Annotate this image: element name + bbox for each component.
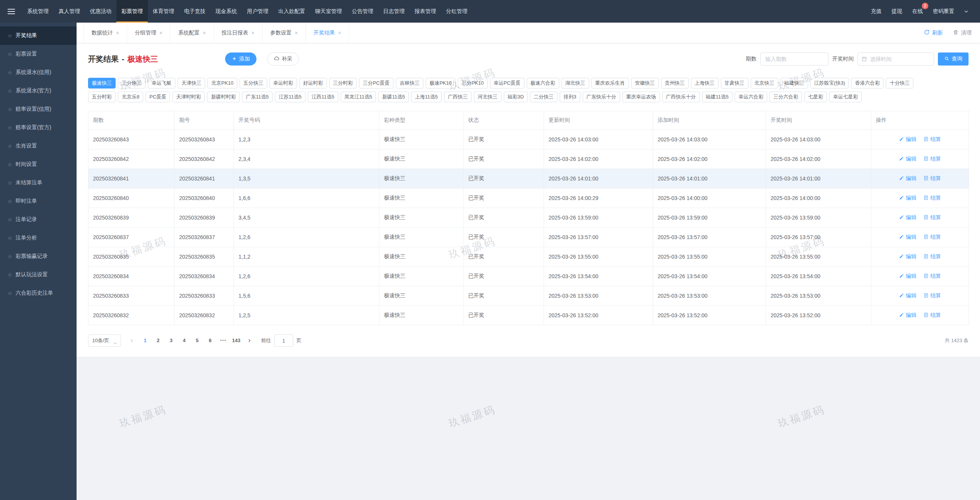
page-number[interactable]: 1 (139, 334, 151, 347)
edit-button[interactable]: 编辑 (899, 214, 916, 221)
search-button[interactable]: 查询 (938, 52, 969, 66)
filter-button[interactable]: PC蛋蛋 (145, 92, 170, 102)
page-number[interactable]: 4 (178, 334, 190, 347)
settle-button[interactable]: 结算 (923, 195, 941, 202)
nav-item[interactable]: 公告管理 (347, 0, 378, 23)
filter-button[interactable]: 河北快三 (474, 92, 501, 102)
page-number[interactable]: 3 (165, 334, 177, 347)
filter-button[interactable]: 极速快三 (88, 78, 116, 89)
filter-button[interactable]: 江苏11选5 (275, 92, 305, 102)
edit-button[interactable]: 编辑 (899, 234, 916, 241)
sidebar-item[interactable]: ☆赔率设置(官方) (0, 118, 77, 137)
edit-button[interactable]: 编辑 (899, 195, 916, 202)
filter-button[interactable]: 北京PK10 (207, 78, 237, 89)
page-number[interactable]: 5 (191, 334, 203, 347)
filter-button[interactable]: 广西快三 (444, 92, 472, 102)
edit-button[interactable]: 编辑 (899, 253, 916, 260)
filter-button[interactable]: 极速PK10 (426, 78, 456, 89)
filter-button[interactable]: 极速六合彩 (527, 78, 559, 89)
edit-button[interactable]: 编辑 (899, 292, 916, 299)
nav-item[interactable]: 分红管理 (441, 0, 472, 23)
sidebar-item[interactable]: ☆注单记录 (0, 210, 77, 229)
filter-button[interactable]: 三分PK10 (458, 78, 488, 89)
nav-item[interactable]: 现金系统 (211, 0, 242, 23)
filter-button[interactable]: 五分时彩 (88, 92, 116, 102)
chevron-down-icon[interactable] (959, 0, 973, 23)
filter-button[interactable]: 新疆11选5 (378, 92, 409, 102)
prev-page-button[interactable] (126, 338, 139, 343)
sidebar-item[interactable]: ☆生肖设置 (0, 137, 77, 155)
edit-button[interactable]: 编辑 (899, 175, 916, 182)
clear-button[interactable]: 清理 (953, 30, 972, 36)
close-icon[interactable]: × (338, 30, 341, 36)
tab[interactable]: 分组管理× (127, 23, 170, 43)
filter-button[interactable]: 广西快乐十分 (662, 92, 700, 102)
nav-item[interactable]: 报表管理 (410, 0, 441, 23)
filter-button[interactable]: 幸运时彩 (270, 78, 297, 89)
nav-item[interactable]: 充值 (866, 0, 887, 23)
nav-item[interactable]: 优惠活动 (85, 0, 116, 23)
period-input[interactable] (760, 52, 828, 66)
filter-button[interactable]: 七星彩 (804, 92, 827, 102)
filter-button[interactable]: 幸运PC蛋蛋 (490, 78, 524, 89)
page-size-select[interactable]: 10条/页 (88, 334, 121, 347)
filter-button[interactable]: 福彩3D (504, 92, 528, 102)
filter-button[interactable]: 二分快三 (530, 92, 557, 102)
tab[interactable]: 数据统计× (83, 23, 127, 43)
close-icon[interactable]: × (295, 30, 298, 36)
filter-button[interactable]: 好运时彩 (299, 78, 327, 89)
filter-button[interactable]: 幸运七星彩 (829, 92, 862, 102)
filter-button[interactable]: 江苏骰宝(快3) (810, 78, 849, 89)
filter-button[interactable]: 上海11选5 (411, 92, 442, 102)
sidebar-item[interactable]: ☆时间设置 (0, 155, 77, 174)
sidebar-item[interactable]: ☆即时注单 (0, 192, 77, 210)
edit-button[interactable]: 编辑 (899, 273, 916, 280)
sidebar-item[interactable]: ☆未结算注单 (0, 174, 77, 192)
settle-button[interactable]: 结算 (923, 214, 941, 221)
edit-button[interactable]: 编辑 (899, 156, 916, 162)
filter-button[interactable]: 三分时彩 (329, 78, 357, 89)
nav-item[interactable]: 日志管理 (378, 0, 410, 23)
sidebar-item[interactable]: ☆赔率设置(信用) (0, 100, 77, 118)
filter-button[interactable]: 重庆幸运农场 (622, 92, 660, 102)
filter-button[interactable]: 广东快乐十分 (583, 92, 620, 102)
filter-button[interactable]: 三分PC蛋蛋 (359, 78, 394, 89)
nav-item[interactable]: 在线2 (907, 0, 928, 23)
nav-item[interactable]: 聊天室管理 (310, 0, 347, 23)
sidebar-item[interactable]: ☆彩票设置 (0, 45, 77, 63)
sidebar-item[interactable]: ☆系统退水(信用) (0, 63, 77, 82)
menu-toggle-button[interactable] (0, 0, 22, 23)
filter-button[interactable]: 广东11选5 (242, 92, 273, 102)
filter-button[interactable]: 十分快三 (886, 78, 913, 89)
sidebar-item[interactable]: ☆开奖结果 (0, 26, 77, 45)
filter-button[interactable]: 排列3 (560, 92, 580, 102)
nav-item[interactable]: 体育管理 (148, 0, 179, 23)
filter-button[interactable]: 甘肃快三 (721, 78, 748, 89)
edit-button[interactable]: 编辑 (899, 136, 916, 143)
filter-button[interactable]: 重庆欢乐生肖 (591, 78, 629, 89)
filter-button[interactable]: 天津时时彩 (172, 92, 205, 102)
filter-button[interactable]: 幸运六合彩 (735, 92, 767, 102)
filter-button[interactable]: 三分六合彩 (769, 92, 802, 102)
settle-button[interactable]: 结算 (923, 273, 941, 280)
filter-button[interactable]: 三分快三 (118, 78, 145, 89)
filter-button[interactable]: 北京快三 (751, 78, 778, 89)
settle-button[interactable]: 结算 (923, 312, 941, 319)
settle-button[interactable]: 结算 (923, 175, 941, 182)
settle-button[interactable]: 结算 (923, 253, 941, 260)
tab[interactable]: 系统配置× (170, 23, 214, 43)
page-number[interactable]: ••• (217, 334, 229, 347)
filter-button[interactable]: 贵州快三 (661, 78, 689, 89)
page-number[interactable]: 2 (152, 334, 164, 347)
nav-item[interactable]: 彩票管理 (116, 0, 148, 23)
filter-button[interactable]: 五分快三 (240, 78, 267, 89)
filter-button[interactable]: 天津快三 (178, 78, 205, 89)
close-icon[interactable]: × (116, 30, 119, 36)
close-icon[interactable]: × (203, 30, 206, 36)
filter-button[interactable]: 安徽快三 (631, 78, 659, 89)
sidebar-item[interactable]: ☆系统退水(官方) (0, 82, 77, 100)
filter-button[interactable]: 江西11选5 (308, 92, 338, 102)
tab[interactable]: 投注日报表× (214, 23, 263, 43)
collect-button[interactable]: 补采 (267, 52, 299, 66)
page-number[interactable]: 6 (204, 334, 216, 347)
